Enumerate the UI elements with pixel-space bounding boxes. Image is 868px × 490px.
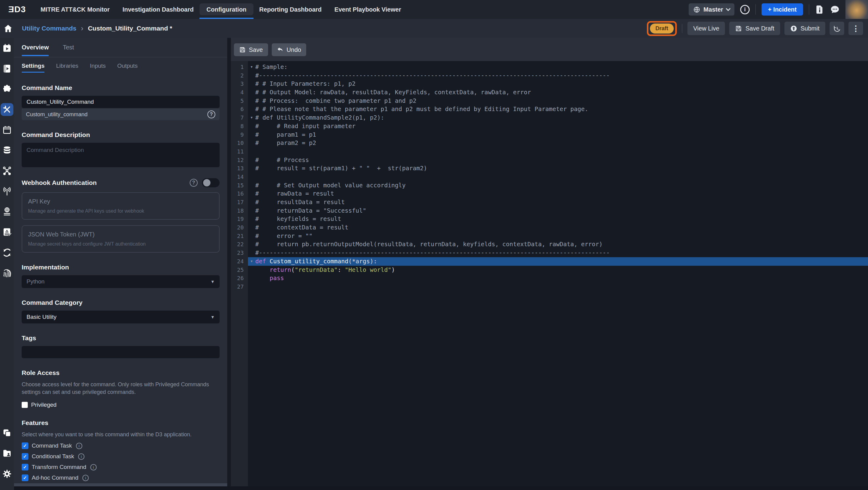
d3-logo[interactable]: ƎD3	[0, 0, 34, 19]
sidebar-item-sync[interactable]	[0, 242, 14, 263]
sidebar-item-folder-user[interactable]	[0, 443, 14, 463]
sidebar-item-puzzle[interactable]	[0, 79, 14, 99]
command-category-select[interactable]: Basic Utility	[22, 311, 220, 324]
checkbox-transform-command[interactable]	[22, 464, 28, 470]
sidebar-item-gear[interactable]	[0, 463, 14, 484]
info-icon[interactable]	[82, 475, 89, 481]
code-line-6[interactable]: 6# # Please note that the parameter p1 a…	[231, 105, 868, 114]
sidebar-item-copy[interactable]	[0, 423, 14, 443]
code-line-17[interactable]: 17# resultData = result	[231, 198, 868, 207]
subtab-libraries[interactable]: Libraries	[56, 57, 79, 74]
code-line-21[interactable]: 21# error = ""	[231, 232, 868, 240]
command-description-input[interactable]: Command Description	[22, 143, 220, 167]
home-icon[interactable]	[3, 24, 13, 33]
sidebar-item-calendar[interactable]	[0, 120, 14, 140]
tab-overview[interactable]: Overview	[22, 38, 49, 57]
add-incident-button[interactable]: + Incident	[762, 3, 803, 16]
code-line-14[interactable]: 14	[231, 173, 868, 181]
code-line-7[interactable]: 7▾# def UtilityCommandSample2(p1, p2):	[231, 114, 868, 122]
code-line-9[interactable]: 9# param1 = p1	[231, 130, 868, 139]
help-icon[interactable]	[190, 179, 198, 187]
code-line-4[interactable]: 4# # Output Model: rawData, resultData, …	[231, 88, 868, 97]
code-line-19[interactable]: 19# keyfields = result	[231, 215, 868, 223]
nav-reporting-dashboard[interactable]: Reporting Dashboard	[253, 0, 328, 19]
subtab-settings[interactable]: Settings	[22, 57, 44, 74]
subtab-inputs[interactable]: Inputs	[90, 57, 106, 74]
code-line-10[interactable]: 10# param2 = p2	[231, 139, 868, 147]
sidebar-item-antenna[interactable]	[0, 181, 14, 202]
checkbox-ad-hoc-command[interactable]	[22, 474, 28, 481]
code-line-18[interactable]: 18# returnData = "Successful"	[231, 207, 868, 215]
code-line-16[interactable]: 16# rawData = result	[231, 189, 868, 198]
chat-icon[interactable]	[830, 5, 840, 14]
code-line-27[interactable]: 27	[231, 282, 868, 291]
checkbox-command-task[interactable]	[22, 442, 28, 449]
code-line-12[interactable]: 12# # Process	[231, 156, 868, 164]
code-editor[interactable]: 1▾# Sample:2#---------------------------…	[231, 61, 868, 486]
info-icon[interactable]	[90, 464, 97, 470]
sidebar-item-doc-warning[interactable]	[0, 222, 14, 242]
fold-caret-icon[interactable]: ▾	[248, 63, 255, 71]
save-button[interactable]: Save	[234, 43, 268, 56]
code-line-2[interactable]: 2#--------------------------------------…	[231, 71, 868, 80]
environment-selector[interactable]: Master	[689, 3, 735, 16]
code-line-11[interactable]: 11	[231, 147, 868, 156]
release-notes-icon[interactable]	[815, 5, 825, 14]
fold-caret-icon[interactable]: ▾	[248, 114, 255, 122]
info-icon[interactable]	[76, 443, 82, 449]
webhook-auth-toggle[interactable]	[202, 178, 220, 187]
submit-button[interactable]: Submit	[784, 22, 825, 35]
sidebar-item-fingerprint[interactable]	[0, 263, 14, 283]
sidebar-item-network[interactable]	[0, 160, 14, 181]
version-history-button[interactable]	[830, 22, 844, 35]
feature-command-task[interactable]: Command Task	[22, 442, 220, 449]
privileged-checkbox-row[interactable]: Privileged	[22, 401, 220, 408]
help-icon[interactable]	[207, 111, 215, 118]
info-icon[interactable]	[740, 5, 750, 14]
sidebar-item-book-play[interactable]	[0, 58, 14, 79]
sidebar-item-calendar-play[interactable]	[0, 38, 14, 58]
command-name-input[interactable]: Custom_Utility_Command	[22, 96, 220, 108]
feature-ad-hoc-command[interactable]: Ad-hoc Command	[22, 474, 220, 481]
undo-button[interactable]: Undo	[272, 43, 307, 56]
code-line-24[interactable]: 24▾def Custom_utility_command(*args):	[231, 257, 868, 266]
sidebar-item-database[interactable]	[0, 140, 14, 160]
checkbox-conditional-task[interactable]	[22, 453, 28, 460]
more-options-button[interactable]	[848, 22, 863, 35]
nav-configuration[interactable]: Configuration	[200, 0, 253, 19]
code-line-26[interactable]: 26 pass	[231, 274, 868, 282]
subtab-outputs[interactable]: Outputs	[117, 57, 138, 74]
code-line-5[interactable]: 5# # Process: combine two parameter p1 a…	[231, 97, 868, 105]
sidebar-item-globe-doc[interactable]	[0, 202, 14, 222]
panel-horizontal-scrollbar[interactable]	[14, 483, 227, 486]
breadcrumb-parent-link[interactable]: Utility Commands	[22, 25, 76, 32]
tags-input[interactable]	[22, 346, 220, 358]
code-line-23[interactable]: 23#-------------------------------------…	[231, 249, 868, 257]
code-line-3[interactable]: 3# # Input Parameters: p1, p2	[231, 80, 868, 88]
code-line-22[interactable]: 22# return pb.returnOutputModel(resultDa…	[231, 240, 868, 249]
privileged-checkbox[interactable]	[22, 402, 28, 408]
view-live-button[interactable]: View Live	[687, 22, 725, 35]
feature-conditional-task[interactable]: Conditional Task	[22, 453, 220, 460]
code-pane: Save Undo 1▾# Sample:2#-----------------…	[231, 38, 868, 486]
fold-caret-icon[interactable]: ▾	[248, 257, 255, 266]
feature-transform-command[interactable]: Transform Command	[22, 464, 220, 470]
sidebar-item-tools[interactable]	[0, 99, 14, 120]
line-number: 16	[231, 189, 248, 198]
nav-mitre-att-ck-monitor[interactable]: MITRE ATT&CK Monitor	[34, 0, 116, 19]
avatar[interactable]	[845, 0, 868, 19]
code-line-15[interactable]: 15# # Set Output model value accordingly	[231, 181, 868, 190]
info-icon[interactable]	[78, 453, 85, 460]
implementation-select[interactable]: Python	[22, 275, 220, 288]
nav-investigation-dashboard[interactable]: Investigation Dashboard	[116, 0, 200, 19]
code-line-1[interactable]: 1▾# Sample:	[231, 63, 868, 71]
jwt-card[interactable]: JSON Web Token (JWT) Manage secret keys …	[22, 225, 220, 253]
api-key-card[interactable]: API Key Manage and generate the API keys…	[22, 192, 220, 220]
save-draft-button[interactable]: Save Draft	[729, 22, 780, 35]
code-line-25[interactable]: 25 return("returnData": "Hello world")	[231, 266, 868, 274]
code-line-8[interactable]: 8# # Read input parameter	[231, 122, 868, 130]
code-line-20[interactable]: 20# contextData = result	[231, 223, 868, 232]
nav-event-playbook-viewer[interactable]: Event Playbook Viewer	[328, 0, 408, 19]
code-line-13[interactable]: 13# result = str(param1) + " " + str(par…	[231, 164, 868, 173]
tab-test[interactable]: Test	[63, 38, 74, 57]
